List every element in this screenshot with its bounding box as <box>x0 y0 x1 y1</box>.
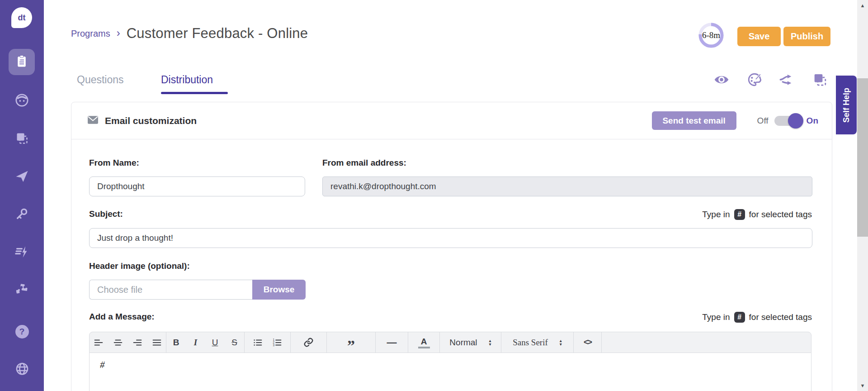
duplicate-icon <box>15 131 29 147</box>
copy-icon <box>812 72 827 87</box>
sidebar-item-programs[interactable] <box>9 49 35 75</box>
from-email-label: From email address: <box>322 158 812 168</box>
link-icon[interactable] <box>303 337 315 348</box>
palette-icon <box>747 72 762 87</box>
email-toggle-group: Off On <box>757 116 818 126</box>
align-center-icon[interactable] <box>112 337 124 348</box>
code-group: <> <box>574 332 602 353</box>
sidebar-item-integrations[interactable] <box>14 282 29 297</box>
hint-prefix: Type in <box>702 210 730 219</box>
save-button[interactable]: Save <box>737 27 781 46</box>
align-right-icon[interactable] <box>132 337 143 348</box>
help-glyph: ? <box>19 327 25 337</box>
bullet-list-icon[interactable] <box>252 337 264 348</box>
sidebar: dt <box>0 0 44 391</box>
panel-title: Email customization <box>105 115 197 126</box>
message-tags-hint: Type in # for selected tags <box>702 312 812 323</box>
email-enabled-toggle[interactable] <box>774 116 801 126</box>
completion-time-ring: 6-8m <box>698 22 725 49</box>
message-editor[interactable]: # <box>89 353 811 391</box>
hint-suffix: for selected tags <box>749 210 812 219</box>
send-plane-icon <box>14 169 29 186</box>
hash-badge: # <box>734 312 745 323</box>
share-button[interactable] <box>778 71 795 88</box>
sidebar-item-language[interactable] <box>14 362 29 377</box>
page-scrollbar[interactable]: ▲ ▼ <box>857 0 868 391</box>
subject-tags-hint: Type in # for selected tags <box>702 209 812 220</box>
app-window: dt <box>0 0 868 391</box>
email-customization-card: Email customization Send test email Off … <box>71 102 832 391</box>
scroll-up-icon[interactable]: ▲ <box>857 1 868 10</box>
underline-button[interactable]: U <box>209 337 221 348</box>
logo-text: dt <box>18 13 26 23</box>
sidebar-item-help[interactable]: ? <box>14 324 29 339</box>
active-tab-underline <box>161 92 228 94</box>
blockquote-button[interactable]: ” <box>345 337 357 348</box>
clipboard-icon <box>15 54 28 70</box>
subject-label: Subject: <box>89 209 123 219</box>
horizontal-rule-button[interactable]: — <box>386 337 398 348</box>
italic-button[interactable]: I <box>190 337 202 348</box>
time-estimate: 6-8m <box>698 22 725 49</box>
scrollbar-thumb[interactable] <box>857 78 868 237</box>
scroll-down-icon[interactable]: ▼ <box>857 381 868 390</box>
toggle-knob[interactable] <box>788 113 803 129</box>
globe-icon <box>15 362 29 378</box>
color-group: A <box>408 332 440 353</box>
breadcrumb-chevron-icon: › <box>117 27 120 39</box>
toggle-off-label: Off <box>757 116 769 126</box>
hint-prefix: Type in <box>702 312 730 322</box>
font-select-group: Sans Serif ▴▾ <box>501 332 574 353</box>
header-image-filepicker: Browse <box>89 280 306 300</box>
updown-arrows-icon: ▴▾ <box>489 339 491 346</box>
updown-arrows-icon: ▴▾ <box>560 339 562 346</box>
breadcrumb-programs-link[interactable]: Programs <box>71 29 110 39</box>
align-justify-icon[interactable] <box>151 337 163 348</box>
subject-input[interactable] <box>89 228 812 248</box>
theme-button[interactable] <box>746 71 763 88</box>
svg-text:3: 3 <box>273 343 274 347</box>
numbered-list-icon[interactable]: 1 2 3 <box>271 337 283 348</box>
from-email-group: From email address: <box>322 158 812 196</box>
preview-button[interactable] <box>713 71 730 88</box>
toggle-on-label: On <box>807 116 818 126</box>
choose-file-input[interactable] <box>89 280 252 300</box>
format-select-group: Normal ▴▾ <box>440 332 501 353</box>
from-name-input[interactable] <box>89 176 305 196</box>
bold-button[interactable]: B <box>170 337 182 348</box>
self-help-tab[interactable]: Self Help <box>836 76 857 134</box>
text-color-button[interactable]: A <box>418 337 430 348</box>
duplicate-button[interactable] <box>811 71 828 88</box>
puzzle-icon <box>14 281 29 298</box>
tab-questions[interactable]: Questions <box>77 74 124 86</box>
browse-button[interactable]: Browse <box>252 280 306 300</box>
breadcrumb: Programs › Customer Feedback - Online <box>71 22 308 45</box>
tab-distribution[interactable]: Distribution <box>161 74 213 86</box>
align-left-icon[interactable] <box>93 337 104 348</box>
code-view-button[interactable]: <> <box>582 337 594 348</box>
hr-group: — <box>376 332 408 353</box>
quote-group: ” <box>327 332 376 353</box>
card-header: Email customization Send test email Off … <box>71 102 832 139</box>
dropthought-logo[interactable]: dt <box>11 7 32 28</box>
sidebar-item-customers[interactable] <box>14 94 29 109</box>
align-group <box>90 332 166 353</box>
from-name-label: From Name: <box>89 158 305 168</box>
from-name-group: From Name: <box>89 158 305 196</box>
font-family-select[interactable]: Sans Serif ▴▾ <box>505 338 569 348</box>
sidebar-item-templates[interactable] <box>14 132 29 147</box>
from-email-input <box>322 176 812 196</box>
hint-suffix: for selected tags <box>749 312 812 322</box>
richtext-toolbar: B I U S 1 2 3 <box>89 332 811 353</box>
text-style-group: B I U S <box>166 332 245 353</box>
header-image-label: Header image (optional): <box>89 261 190 271</box>
sidebar-item-activity[interactable] <box>14 245 29 260</box>
send-test-email-button[interactable]: Send test email <box>652 111 736 130</box>
paragraph-format-select[interactable]: Normal ▴▾ <box>442 338 498 348</box>
sidebar-item-api-keys[interactable] <box>14 207 29 222</box>
strikethrough-button[interactable]: S <box>229 337 241 348</box>
list-group: 1 2 3 <box>245 332 291 353</box>
publish-button[interactable]: Publish <box>783 27 830 46</box>
hash-badge: # <box>734 209 745 220</box>
sidebar-item-distributions[interactable] <box>14 170 29 185</box>
